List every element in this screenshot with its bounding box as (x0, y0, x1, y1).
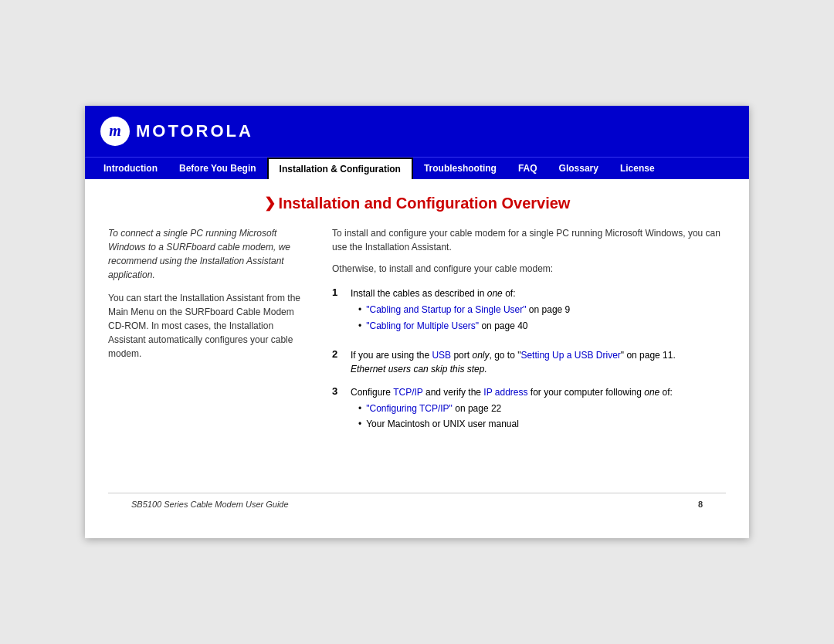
nav-bar: Introduction Before You Begin Installati… (85, 157, 749, 179)
step-3-mid1: and verify the (423, 387, 484, 398)
step-1-content: Install the cables as described in one o… (351, 286, 726, 339)
left-normal-text: You can start the Installation Assistant… (108, 291, 309, 361)
left-italic-intro: To connect a single PC running Microsoft… (108, 226, 309, 282)
nav-glossary[interactable]: Glossary (548, 158, 609, 178)
title-arrow: ❯ (264, 195, 276, 212)
step-2-italic: only (472, 350, 489, 361)
main-content: ❯ Installation and Configuration Overvie… (85, 179, 749, 538)
bullet-3-2-text: Your Macintosh or UNIX user manual (366, 418, 519, 431)
step-2-content: If you are using the USB port only, go t… (351, 348, 726, 376)
link-tcp-ip[interactable]: TCP/IP (393, 387, 422, 398)
logo-text: MOTOROLA (136, 121, 253, 141)
step-2-number: 2 (332, 348, 343, 376)
page-title-text: Installation and Configuration Overview (279, 195, 571, 212)
footer-doc-title: SB5100 Series Cable Modem User Guide (131, 500, 289, 509)
bullet-1-2: • "Cabling for Multiple Users" on page 4… (358, 320, 726, 333)
link-usb[interactable]: USB (432, 350, 451, 361)
page-wrapper: m MOTOROLA Introduction Before You Begin… (85, 106, 749, 538)
nav-introduction[interactable]: Introduction (93, 158, 168, 178)
step-3-end: of: (659, 387, 673, 398)
link-cabling-multiple-users[interactable]: "Cabling for Multiple Users" (366, 320, 479, 331)
step-2-note: Ethernet users can skip this step. (351, 364, 487, 375)
step-3-number: 3 (332, 385, 343, 438)
header-bar: m MOTOROLA (85, 106, 749, 157)
step-3-text-before: Configure (351, 387, 393, 398)
step-2-end: " on page 11. (621, 350, 676, 361)
step-3-italic: one (644, 387, 659, 398)
step-1-text-after: of: (503, 288, 516, 299)
bullet-1-2-text: "Cabling for Multiple Users" on page 40 (366, 320, 527, 333)
otherwise-text: Otherwise, to install and configure your… (332, 262, 726, 276)
step-2-mid2: , go to " (489, 350, 520, 361)
step-1-bullets: • "Cabling and Startup for a Single User… (351, 300, 726, 339)
bullet-dot: • (358, 303, 361, 317)
step-1-number: 1 (332, 286, 343, 339)
nav-license[interactable]: License (609, 158, 666, 178)
bullet-3-1: • "Configuring TCP/IP" on page 22 (358, 402, 726, 415)
nav-installation-configuration[interactable]: Installation & Configuration (267, 158, 413, 179)
page-title: ❯ Installation and Configuration Overvie… (108, 195, 726, 212)
step-1-italic: one (487, 288, 503, 299)
step-3-bullets: • "Configuring TCP/IP" on page 22 • Your… (351, 399, 726, 438)
step-3-mid2: for your computer following (528, 387, 645, 398)
bullet-3-2: • Your Macintosh or UNIX user manual (358, 418, 726, 431)
nav-faq[interactable]: FAQ (507, 158, 548, 178)
motorola-logo: m MOTOROLA (100, 117, 253, 146)
link-cabling-single-user[interactable]: "Cabling and Startup for a Single User" (366, 304, 526, 315)
step-2-mid1: port (451, 350, 472, 361)
svg-text:m: m (109, 122, 121, 139)
footer-bar: SB5100 Series Cable Modem User Guide 8 (108, 493, 726, 515)
bullet-3-1-text: "Configuring TCP/IP" on page 22 (366, 402, 501, 415)
bullet-dot-3: • (358, 402, 361, 415)
footer-page-number: 8 (698, 500, 703, 509)
step-2: 2 If you are using the USB port only, go… (332, 348, 726, 376)
step-3: 3 Configure TCP/IP and verify the IP add… (332, 385, 726, 438)
bullet-1-1-text: "Cabling and Startup for a Single User" … (366, 303, 570, 317)
step-3-content: Configure TCP/IP and verify the IP addre… (351, 385, 726, 438)
link-setting-up-usb[interactable]: Setting Up a USB Driver (520, 350, 620, 361)
link-configuring-tcp-ip[interactable]: "Configuring TCP/IP" (366, 403, 453, 414)
right-intro: To install and configure your cable mode… (332, 226, 726, 254)
bullet-1-1: • "Cabling and Startup for a Single User… (358, 303, 726, 317)
content-columns: To connect a single PC running Microsoft… (108, 226, 726, 446)
steps-list: 1 Install the cables as described in one… (332, 286, 726, 437)
bullet-dot-2: • (358, 320, 361, 333)
bullet-dot-4: • (358, 418, 361, 431)
motorola-logo-symbol: m (100, 117, 130, 146)
nav-before-you-begin[interactable]: Before You Begin (168, 158, 267, 178)
link-ip-address[interactable]: IP address (483, 387, 527, 398)
step-2-text-before: If you are using the (351, 350, 432, 361)
right-column: To install and configure your cable mode… (332, 226, 726, 446)
step-1: 1 Install the cables as described in one… (332, 286, 726, 339)
nav-troubleshooting[interactable]: Troubleshooting (413, 158, 507, 178)
step-1-text-before: Install the cables as described in (351, 288, 487, 299)
left-column: To connect a single PC running Microsoft… (108, 226, 309, 446)
